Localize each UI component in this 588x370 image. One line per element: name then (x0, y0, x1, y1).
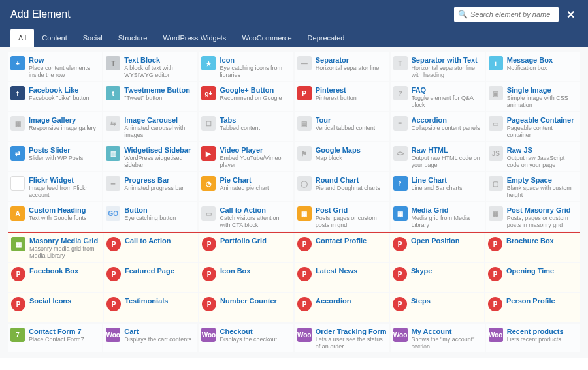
element-recent-products[interactable]: WooRecent productsLists recent products (486, 324, 580, 352)
element-empty-space[interactable]: ▢Empty SpaceBlank space with custom heig… (486, 172, 580, 201)
tab-social[interactable]: Social (75, 29, 110, 47)
element-desc: Lets a user see the status of an order (316, 336, 387, 350)
element-post-masonry-grid[interactable]: ▦Post Masonry GridPosts, pages or custom… (486, 202, 580, 231)
element-image-carousel[interactable]: ⇆Image CarouselAnimated carousel with im… (103, 112, 197, 141)
element-media-grid[interactable]: ▦Media GridMedia grid from Media Library (391, 202, 485, 231)
search-input[interactable] (470, 10, 555, 18)
element-open-position[interactable]: POpen Position (390, 233, 484, 262)
element-accordion[interactable]: PAccordion (295, 293, 389, 322)
element-my-account[interactable]: WooMy AccountShows the "my account" sect… (391, 324, 485, 352)
element-desc: Eye catching button (124, 215, 176, 221)
element-name: Facebook Box (29, 267, 78, 275)
element-line-chart[interactable]: ⫯Line ChartLine and Bar charts (391, 172, 485, 201)
element-raw-html[interactable]: <>Raw HTMLOutput raw HTML code on your p… (391, 142, 485, 171)
element-icon: ★ (201, 56, 216, 70)
element-tweetmeme-button[interactable]: tTweetmeme Button"Tweet" button (103, 82, 197, 111)
element-separator[interactable]: —SeparatorHorizontal separator line (295, 52, 389, 81)
element-facebook-box[interactable]: PFacebook Box (8, 263, 103, 292)
element-flickr-widget[interactable]: ••Flickr WidgetImage feed from Flickr ac… (8, 172, 102, 201)
element-name: Post Grid (316, 206, 387, 215)
element-icon: ⇆ (106, 116, 120, 131)
tab-all[interactable]: All (10, 29, 34, 47)
element-desc: Posts, pages or custom posts in grid (316, 215, 387, 228)
element-icon: Woo (489, 328, 503, 342)
element-icon: 7 (10, 328, 25, 342)
tab-woocommerce[interactable]: WooCommerce (234, 29, 299, 47)
element-name: Pie Chart (220, 176, 269, 185)
element-icon: P (11, 267, 25, 281)
element-cart[interactable]: WooCartDisplays the cart contents (103, 324, 197, 352)
element-opening-time[interactable]: POpening Time (485, 263, 580, 292)
element-posts-slider[interactable]: ⇄Posts SliderSlider with WP Posts (8, 142, 102, 171)
element-testimonials[interactable]: PTestimonials (104, 293, 198, 322)
element-accordion[interactable]: ≡AccordionCollapsible content panels (391, 112, 485, 141)
element-google-maps[interactable]: ⚑Google MapsMap block (295, 142, 389, 171)
element-call-to-action[interactable]: PCall to Action (104, 233, 198, 262)
element-call-to-action[interactable]: ▭Call to ActionCatch visitors attention … (199, 202, 293, 231)
element-latest-news[interactable]: PLatest News (295, 263, 389, 292)
element-faq[interactable]: ?FAQToggle element for Q&A block (391, 82, 485, 111)
tab-structure[interactable]: Structure (110, 29, 155, 47)
element-icon-box[interactable]: PIcon Box (199, 263, 293, 292)
element-social-icons[interactable]: PSocial Icons (8, 293, 103, 322)
element-name: Single Image (507, 86, 578, 95)
tab-content[interactable]: Content (34, 29, 75, 47)
element-featured-page[interactable]: PFeatured Page (104, 263, 198, 292)
element-portfolio-grid[interactable]: PPortfolio Grid (199, 233, 293, 262)
element-masonry-media-grid[interactable]: ▦Masonry Media GridMasonry media grid fr… (8, 233, 103, 262)
element-icon: ⫯ (393, 176, 408, 191)
element-contact-profile[interactable]: PContact Profile (295, 233, 389, 262)
element-checkout[interactable]: WooCheckoutDisplays the checkout (199, 324, 293, 352)
element-name: Separator (316, 56, 380, 65)
element-person-profile[interactable]: PPerson Profile (485, 293, 580, 322)
element-steps[interactable]: PSteps (390, 293, 484, 322)
element-google-button[interactable]: g+Google+ ButtonRecommend on Google (199, 82, 293, 111)
search-box[interactable]: 🔍 (454, 7, 559, 22)
element-video-player[interactable]: ▶Video PlayerEmbed YouTube/Vimeo player (199, 142, 293, 171)
element-pageable-container[interactable]: ▭Pageable ContainerPageable content cont… (486, 112, 580, 141)
element-name: Tweetmeme Button (124, 86, 190, 95)
element-message-box[interactable]: iMessage BoxNotification box (486, 52, 580, 81)
element-icon: P (297, 267, 312, 281)
element-desc: Animated pie chart (220, 185, 269, 191)
close-icon[interactable]: ✕ (564, 8, 578, 21)
element-icon: ▥ (106, 146, 120, 161)
element-image-gallery[interactable]: ▦Image GalleryResponsive image gallery (8, 112, 102, 141)
tab-deprecated[interactable]: Deprecated (300, 29, 353, 47)
element-name: Video Player (220, 146, 290, 155)
element-tabs[interactable]: ☐TabsTabbed content (199, 112, 293, 141)
element-icon: ≡ (393, 116, 408, 131)
element-round-chart[interactable]: ◯Round ChartPie and Doughnat charts (295, 172, 389, 201)
tab-wordpress-widgets[interactable]: WordPress Widgets (155, 29, 234, 47)
element-desc: Displays the checkout (220, 336, 277, 343)
element-tour[interactable]: ▤TourVertical tabbed content (295, 112, 389, 141)
element-name: Row (29, 56, 99, 65)
element-custom-heading[interactable]: ACustom HeadingText with Google fonts (8, 202, 102, 231)
element-icon: P (488, 297, 502, 311)
element-contact-form-7[interactable]: 7Contact Form 7Place Contact Form7 (8, 324, 102, 352)
element-number-counter[interactable]: PNumber Counter (199, 293, 293, 322)
element-text-block[interactable]: TText BlockA block of text with WYSIWYG … (103, 52, 197, 81)
element-icon[interactable]: ★IconEye catching icons from libraries (199, 52, 293, 81)
element-facebook-like[interactable]: fFacebook LikeFacebook "Like" button (8, 82, 102, 111)
element-separator-with-text[interactable]: TSeparator with TextHorizontal separator… (391, 52, 485, 81)
element-button[interactable]: GOButtonEye catching button (103, 202, 197, 231)
element-desc: Collapsible content panels (412, 125, 480, 131)
element-name: Tour (316, 116, 376, 125)
element-desc: Place content elements inside the row (29, 65, 99, 78)
element-desc: Output raw JavaScript code on your page (507, 155, 578, 168)
element-post-grid[interactable]: ▦Post GridPosts, pages or custom posts i… (295, 202, 389, 231)
element-brochure-box[interactable]: PBrochure Box (485, 233, 580, 262)
element-raw-js[interactable]: JSRaw JSOutput raw JavaScript code on yo… (486, 142, 580, 171)
element-skype[interactable]: PSkype (390, 263, 484, 292)
element-order-tracking-form[interactable]: WooOrder Tracking FormLets a user see th… (295, 324, 389, 352)
element-pie-chart[interactable]: ◔Pie ChartAnimated pie chart (199, 172, 293, 201)
search-icon: 🔍 (458, 10, 468, 19)
element-single-image[interactable]: ▣Single ImageSimple image with CSS anima… (486, 82, 580, 111)
element-progress-bar[interactable]: ━Progress BarAnimated progress bar (103, 172, 197, 201)
element-widgetised-sidebar[interactable]: ▥Widgetised SidebarWordPress widgetised … (103, 142, 197, 171)
element-pinterest[interactable]: PPinterestPinterest button (295, 82, 389, 111)
element-row[interactable]: +RowPlace content elements inside the ro… (8, 52, 102, 81)
element-name: Icon (220, 56, 290, 65)
element-name: Text Block (124, 56, 195, 65)
